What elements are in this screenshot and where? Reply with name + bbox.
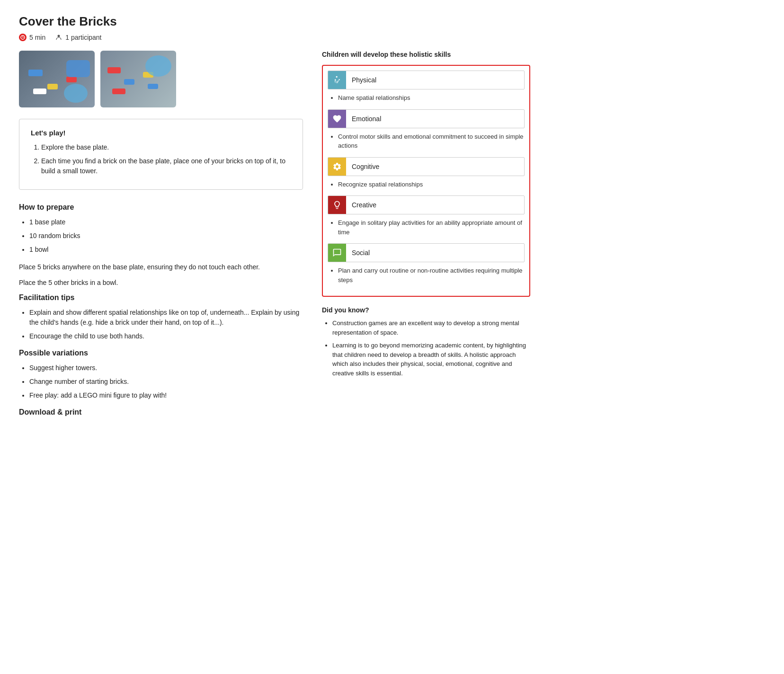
did-you-know-list: Construction games are an excellent way … — [322, 319, 530, 378]
did-you-know-item-1: Construction games are an excellent way … — [332, 319, 530, 337]
prepare-para-1: Place 5 bricks anywhere on the base plat… — [19, 262, 303, 272]
timer-icon — [19, 34, 27, 41]
physical-desc: Name spatial relationships — [328, 93, 525, 103]
image-1 — [19, 51, 95, 107]
variation-item-1: Suggest higher towers. — [29, 363, 303, 373]
skill-physical: Physical Name spatial relationships — [328, 71, 525, 103]
right-column: Children will develop these holistic ski… — [322, 51, 530, 422]
skill-social: Social Plan and carry out routine or non… — [328, 243, 525, 284]
emotional-desc: Control motor skills and emotional commi… — [328, 132, 525, 151]
creative-desc: Engage in solitary play activities for a… — [328, 218, 525, 237]
did-you-know-section: Did you know? Construction games are an … — [322, 306, 530, 378]
play-heading: Let's play! — [31, 129, 291, 137]
meta-bar: 5 min 1 participant — [19, 34, 765, 41]
image-gallery — [19, 51, 303, 107]
social-label: Social — [346, 249, 375, 257]
download-heading: Download & print — [19, 408, 303, 417]
skills-section-title: Children will develop these holistic ski… — [322, 51, 530, 58]
emotional-label: Emotional — [346, 115, 387, 123]
skill-cognitive: Cognitive Recognize spatial relationship… — [328, 157, 525, 189]
social-desc: Plan and carry out routine or non-routin… — [328, 266, 525, 284]
variations-list: Suggest higher towers. Change number of … — [19, 363, 303, 400]
skill-creative-header: Creative — [328, 195, 525, 214]
emotional-icon — [328, 110, 346, 128]
prepare-item-1: 1 base plate — [29, 217, 303, 227]
creative-icon — [328, 196, 346, 214]
prepare-item-2: 10 random bricks — [29, 231, 303, 241]
facilitation-heading: Facilitation tips — [19, 293, 303, 302]
variation-item-2: Change number of starting bricks. — [29, 377, 303, 387]
page-title: Cover the Bricks — [19, 14, 765, 29]
skill-emotional: Emotional Control motor skills and emoti… — [328, 109, 525, 151]
facilitation-item-1: Explain and show different spatial relat… — [29, 308, 303, 328]
cognitive-desc: Recognize spatial relationships — [328, 180, 525, 189]
variation-item-3: Free play: add a LEGO mini figure to pla… — [29, 390, 303, 400]
play-steps: Explore the base plate. Each time you fi… — [31, 142, 291, 176]
left-column: Let's play! Explore the base plate. Each… — [19, 51, 303, 422]
emotional-desc-1: Control motor skills and emotional commi… — [338, 132, 525, 151]
physical-label: Physical — [346, 76, 382, 84]
physical-desc-1: Name spatial relationships — [338, 93, 525, 103]
play-step-2: Each time you find a brick on the base p… — [41, 156, 291, 176]
physical-icon — [328, 71, 346, 89]
time-label: 5 min — [29, 34, 45, 41]
skill-emotional-header: Emotional — [328, 109, 525, 128]
cognitive-icon — [328, 158, 346, 176]
skill-creative: Creative Engage in solitary play activit… — [328, 195, 525, 237]
image-2 — [100, 51, 176, 107]
variations-heading: Possible variations — [19, 349, 303, 357]
skill-social-header: Social — [328, 243, 525, 262]
prepare-list: 1 base plate 10 random bricks 1 bowl — [19, 217, 303, 255]
did-you-know-heading: Did you know? — [322, 306, 530, 314]
main-layout: Let's play! Explore the base plate. Each… — [19, 51, 587, 422]
svg-point-3 — [58, 35, 60, 37]
person-icon — [55, 34, 62, 41]
social-desc-1: Plan and carry out routine or non-routin… — [338, 266, 525, 284]
cognitive-label: Cognitive — [346, 163, 385, 170]
participants-meta: 1 participant — [55, 34, 101, 41]
participants-label: 1 participant — [65, 34, 101, 41]
skill-physical-header: Physical — [328, 71, 525, 89]
time-meta: 5 min — [19, 34, 45, 41]
facilitation-item-2: Encourage the child to use both hands. — [29, 331, 303, 341]
facilitation-list: Explain and show different spatial relat… — [19, 308, 303, 341]
skill-cognitive-header: Cognitive — [328, 157, 525, 176]
creative-desc-1: Engage in solitary play activities for a… — [338, 218, 525, 237]
prepare-item-3: 1 bowl — [29, 245, 303, 255]
skills-box: Physical Name spatial relationships Emot… — [322, 65, 530, 297]
prepare-heading: How to prepare — [19, 203, 303, 212]
did-you-know-item-2: Learning is to go beyond memorizing acad… — [332, 341, 530, 378]
play-section: Let's play! Explore the base plate. Each… — [19, 119, 303, 190]
creative-label: Creative — [346, 201, 382, 209]
cognitive-desc-1: Recognize spatial relationships — [338, 180, 525, 189]
play-step-1: Explore the base plate. — [41, 142, 291, 152]
social-icon — [328, 244, 346, 262]
prepare-para-2: Place the 5 other bricks in a bowl. — [19, 278, 303, 288]
